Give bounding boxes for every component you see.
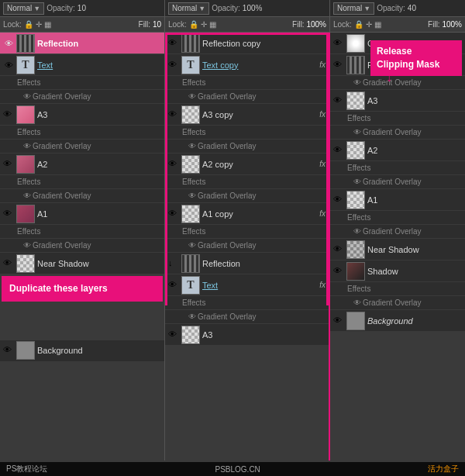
panel2-move-btn[interactable]: ✛ <box>201 20 207 29</box>
panel2-blend-select[interactable]: Normal ▼ <box>168 2 209 15</box>
panel1-lock-row: Lock: 🔒 ✛ ▦ Fill: 10 <box>0 17 165 32</box>
eye-icon-a1[interactable]: 👁 <box>3 209 14 219</box>
panel3-blend-select[interactable]: Normal ▼ <box>333 2 374 15</box>
shadow3-label: Shadow <box>367 267 398 276</box>
a1-thumb <box>16 205 35 223</box>
layer-reflection[interactable]: 👁 Reflection <box>0 33 164 54</box>
a2-eye[interactable]: 👁 <box>23 191 31 200</box>
ns3-label: Near Shadow <box>367 245 419 254</box>
layer-text-copy[interactable]: 👁 T Text copy fx <box>165 54 329 76</box>
bg-thumb <box>16 341 35 360</box>
eye-icon-r2[interactable]: ↓ <box>168 258 179 269</box>
layer-reflection2[interactable]: ↓ Reflection <box>165 253 329 274</box>
eye-icon-text[interactable]: 👁 <box>3 60 14 71</box>
eye-icon-r3[interactable]: 👁 <box>333 60 344 71</box>
layer-a1-copy[interactable]: 👁 A1 copy fx <box>165 203 329 225</box>
reflection-thumb <box>16 34 35 53</box>
eye-icon-glow[interactable]: 👁 <box>333 38 344 49</box>
fx-badge-a3c: fx <box>319 110 326 119</box>
layer-a3[interactable]: 👁 A3 <box>0 104 164 126</box>
eye-icon-t2[interactable]: 👁 <box>168 280 179 291</box>
eye-icon-a3c[interactable]: 👁 <box>168 109 179 120</box>
tc-thumb: T <box>181 56 200 74</box>
panel2-lock-btn[interactable]: 🔒 <box>189 20 198 29</box>
fx-badge-a2c: fx <box>319 160 326 168</box>
eye-icon-a3[interactable]: 👁 <box>3 109 14 120</box>
panel3-lock-btn[interactable]: 🔒 <box>354 20 363 29</box>
a1-3-gradient: 👁 Gradient Overlay <box>330 225 465 239</box>
layer-a3-3[interactable]: 👁 A3 <box>330 90 465 112</box>
eye-icon-a2[interactable]: 👁 <box>3 159 14 170</box>
bracket-top <box>165 33 329 35</box>
layer-background3[interactable]: 👁 Background <box>330 310 465 332</box>
a2-label: A2 <box>37 160 47 169</box>
release-annotation: ReleaseClipping Mask ↓ <box>370 40 462 76</box>
eye-icon-shadow[interactable]: 👁 <box>333 266 344 277</box>
panel3-move-btn[interactable]: ✛ <box>366 20 372 29</box>
r3-thumb <box>346 56 365 74</box>
a1-3-effects: Effects <box>330 211 465 225</box>
r2-label: Reflection <box>202 259 240 268</box>
a1-label: A1 <box>37 209 47 219</box>
layer-reflection-copy[interactable]: 👁 Reflection copy <box>165 33 329 54</box>
eye-small[interactable]: 👁 <box>23 92 31 101</box>
layer-shadow3[interactable]: 👁 Shadow <box>330 260 465 282</box>
panel3-lock-row: Lock: 🔒 ✛ ▦ Fill: 100% <box>330 17 465 32</box>
ns3-thumb <box>346 240 365 259</box>
bg-label: Background <box>37 346 83 355</box>
layer-a2[interactable]: 👁 A2 <box>0 153 164 175</box>
layer-text[interactable]: 👁 T Text <box>0 54 164 76</box>
eye-icon[interactable]: 👁 <box>3 38 14 49</box>
a3c-gradient: 👁 Gradient Overlay <box>165 140 329 153</box>
eye-icon-a3-2[interactable]: 👁 <box>168 329 179 340</box>
layer-near-shadow[interactable]: 👁 Near Shadow <box>0 253 164 274</box>
panel3-header: Normal ▼ Opacity: 40 <box>330 0 465 16</box>
watermark-url: PSBLOG.CN <box>215 465 260 474</box>
r3-gradient: 👁 Gradient Overlay <box>330 76 465 90</box>
panel1-move-btn[interactable]: ✛ <box>36 20 42 29</box>
text-thumb: T <box>16 56 35 74</box>
text-gradient: 👁 Gradient Overlay <box>0 90 164 104</box>
layer-background[interactable]: 👁 Background <box>0 340 164 362</box>
layer-a2-3[interactable]: 👁 A2 <box>330 140 465 161</box>
eye-icon-ns3[interactable]: 👁 <box>333 244 344 255</box>
eye-icon-tc[interactable]: 👁 <box>168 60 179 71</box>
eye-icon-a1-3[interactable]: 👁 <box>333 195 344 205</box>
layer-a1-3[interactable]: 👁 A1 <box>330 189 465 211</box>
eye-icon-rc[interactable]: 👁 <box>168 38 179 49</box>
panel1-blend-mode: Normal <box>7 4 32 12</box>
panel1-pixel-btn[interactable]: ▦ <box>44 20 51 29</box>
layer-text2[interactable]: 👁 T Text fx <box>165 274 329 296</box>
a1c-gradient: 👁 Gradient Overlay <box>165 239 329 253</box>
t2-thumb: T <box>181 276 200 295</box>
eye-icon-a2c[interactable]: 👁 <box>168 159 179 170</box>
layer-a3-copy[interactable]: 👁 A3 copy fx <box>165 104 329 126</box>
panel1-lock-btn[interactable]: 🔒 <box>24 20 33 29</box>
a1c-thumb <box>181 205 200 223</box>
layer-a1[interactable]: 👁 A1 <box>0 203 164 225</box>
a3-eye[interactable]: 👁 <box>23 142 31 150</box>
a2-3-gradient: 👁 Gradient Overlay <box>330 175 465 189</box>
rc-label: Reflection copy <box>202 39 260 48</box>
eye-icon-bg[interactable]: 👁 <box>3 345 14 356</box>
eye-icon-a2-3[interactable]: 👁 <box>333 145 344 156</box>
layer-near-shadow3[interactable]: 👁 Near Shadow <box>330 239 465 260</box>
shadow-effects: Effects <box>330 282 465 296</box>
a1-3-thumb <box>346 191 365 209</box>
a2-3-label: A2 <box>367 146 377 155</box>
panel1-blend-select[interactable]: Normal ▼ <box>3 2 44 15</box>
panel3-pixel-btn[interactable]: ▦ <box>374 20 381 29</box>
layer-a2-copy[interactable]: 👁 A2 copy fx <box>165 153 329 175</box>
a3-3-gradient: 👁 Gradient Overlay <box>330 126 465 140</box>
layer-a3-2[interactable]: 👁 A3 <box>165 324 329 346</box>
panel2-pixel-btn[interactable]: ▦ <box>209 20 216 29</box>
a2-effects: Effects <box>0 175 164 189</box>
t2-effects: Effects <box>165 296 329 310</box>
eye-icon-bg3[interactable]: 👁 <box>333 316 344 326</box>
eye-icon-a1c[interactable]: 👁 <box>168 209 179 219</box>
annotation-area: Duplicate these layers <box>0 276 164 302</box>
a1-eye[interactable]: 👁 <box>23 241 31 250</box>
a1-effects: Effects <box>0 225 164 239</box>
eye-icon-ns[interactable]: 👁 <box>3 258 14 269</box>
eye-icon-a3-3[interactable]: 👁 <box>333 95 344 106</box>
